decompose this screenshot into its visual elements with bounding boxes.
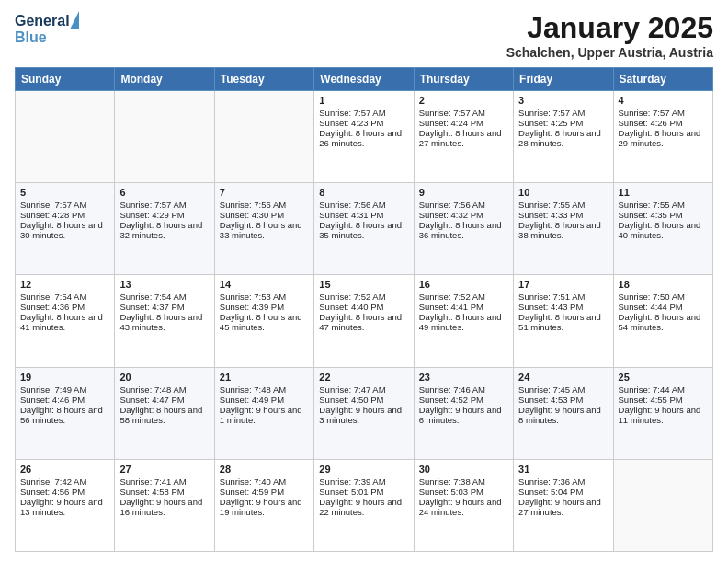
cell-content: Daylight: 9 hours and 24 minutes. (419, 497, 508, 517)
day-number: 15 (319, 279, 408, 290)
calendar-cell: 27Sunrise: 7:41 AMSunset: 4:58 PMDayligh… (115, 459, 214, 551)
week-row-1: 1Sunrise: 7:57 AMSunset: 4:23 PMDaylight… (16, 91, 713, 183)
day-number: 4 (619, 95, 708, 106)
calendar-cell: 12Sunrise: 7:54 AMSunset: 4:36 PMDayligh… (16, 275, 115, 367)
calendar-cell: 8Sunrise: 7:56 AMSunset: 4:31 PMDaylight… (314, 183, 414, 275)
cell-content: Sunrise: 7:49 AM (20, 385, 109, 395)
day-number: 2 (419, 95, 508, 106)
cell-content: Daylight: 8 hours and 58 minutes. (119, 405, 209, 425)
calendar-cell (16, 91, 115, 183)
cell-content: Daylight: 9 hours and 6 minutes. (419, 405, 508, 425)
calendar-cell: 13Sunrise: 7:54 AMSunset: 4:37 PMDayligh… (115, 275, 214, 367)
header-wednesday: Wednesday (314, 68, 414, 91)
calendar-cell: 2Sunrise: 7:57 AMSunset: 4:24 PMDaylight… (414, 91, 513, 183)
calendar-cell: 24Sunrise: 7:45 AMSunset: 4:53 PMDayligh… (514, 367, 613, 459)
day-number: 14 (220, 279, 309, 290)
cell-content: Sunrise: 7:56 AM (220, 200, 309, 210)
cell-content: Daylight: 8 hours and 36 minutes. (419, 220, 508, 240)
calendar-cell (613, 459, 712, 551)
day-number: 25 (619, 372, 708, 383)
day-number: 24 (518, 372, 608, 383)
logo: General Blue (15, 11, 97, 55)
calendar-cell: 9Sunrise: 7:56 AMSunset: 4:32 PMDaylight… (414, 183, 513, 275)
cell-content: Sunset: 4:55 PM (619, 395, 708, 405)
cell-content: Sunset: 4:32 PM (419, 210, 508, 220)
cell-content: Daylight: 8 hours and 45 minutes. (220, 312, 309, 332)
cell-content: Daylight: 8 hours and 30 minutes. (20, 220, 109, 240)
day-number: 30 (419, 464, 508, 475)
calendar-cell: 4Sunrise: 7:57 AMSunset: 4:26 PMDaylight… (613, 91, 712, 183)
cell-content: Sunrise: 7:39 AM (319, 477, 408, 487)
page-header: General Blue January 2025 Schalchen, Upp… (15, 11, 713, 60)
day-number: 20 (119, 372, 209, 383)
cell-content: Daylight: 8 hours and 32 minutes. (119, 220, 209, 240)
cell-content: Sunset: 4:53 PM (518, 395, 608, 405)
header-friday: Friday (514, 68, 613, 91)
day-number: 17 (518, 279, 608, 290)
calendar-cell: 21Sunrise: 7:48 AMSunset: 4:49 PMDayligh… (214, 367, 313, 459)
logo-blue-text: Blue (15, 29, 47, 46)
week-row-4: 19Sunrise: 7:49 AMSunset: 4:46 PMDayligh… (16, 367, 713, 459)
cell-content: Sunset: 4:39 PM (220, 302, 309, 312)
cell-content: Sunset: 4:25 PM (518, 118, 608, 128)
month-title: January 2025 (506, 11, 713, 45)
calendar-cell: 5Sunrise: 7:57 AMSunset: 4:28 PMDaylight… (16, 183, 115, 275)
calendar-cell: 16Sunrise: 7:52 AMSunset: 4:41 PMDayligh… (414, 275, 513, 367)
cell-content: Sunrise: 7:57 AM (419, 108, 508, 118)
cell-content: Daylight: 8 hours and 35 minutes. (319, 220, 408, 240)
cell-content: Sunrise: 7:55 AM (619, 200, 708, 210)
day-number: 5 (20, 187, 109, 198)
cell-content: Daylight: 8 hours and 47 minutes. (319, 312, 408, 332)
cell-content: Sunset: 4:59 PM (220, 487, 309, 497)
cell-content: Sunset: 4:58 PM (119, 487, 209, 497)
calendar-cell: 11Sunrise: 7:55 AMSunset: 4:35 PMDayligh… (613, 183, 712, 275)
day-number: 3 (518, 95, 608, 106)
calendar-cell: 26Sunrise: 7:42 AMSunset: 4:56 PMDayligh… (16, 459, 115, 551)
day-number: 26 (20, 464, 109, 475)
day-number: 1 (319, 95, 408, 106)
header-saturday: Saturday (613, 68, 712, 91)
weekday-header-row: Sunday Monday Tuesday Wednesday Thursday… (16, 68, 713, 91)
cell-content: Sunset: 4:40 PM (319, 302, 408, 312)
header-thursday: Thursday (414, 68, 513, 91)
cell-content: Sunset: 5:03 PM (419, 487, 508, 497)
calendar-cell (214, 91, 313, 183)
logo-triangle-icon (70, 11, 79, 29)
day-number: 9 (419, 187, 508, 198)
cell-content: Daylight: 9 hours and 1 minute. (220, 405, 309, 425)
cell-content: Sunset: 4:44 PM (619, 302, 708, 312)
week-row-5: 26Sunrise: 7:42 AMSunset: 4:56 PMDayligh… (16, 459, 713, 551)
cell-content: Sunrise: 7:48 AM (220, 385, 309, 395)
cell-content: Daylight: 8 hours and 29 minutes. (619, 128, 708, 148)
cell-content: Sunset: 4:56 PM (20, 487, 109, 497)
day-number: 12 (20, 279, 109, 290)
cell-content: Sunset: 4:41 PM (419, 302, 508, 312)
cell-content: Daylight: 9 hours and 3 minutes. (319, 405, 408, 425)
cell-content: Daylight: 9 hours and 22 minutes. (319, 497, 408, 517)
cell-content: Daylight: 9 hours and 8 minutes. (518, 405, 608, 425)
cell-content: Sunset: 4:29 PM (119, 210, 209, 220)
cell-content: Sunrise: 7:56 AM (319, 200, 408, 210)
calendar-cell: 1Sunrise: 7:57 AMSunset: 4:23 PMDaylight… (314, 91, 414, 183)
cell-content: Sunset: 4:37 PM (119, 302, 209, 312)
calendar-cell: 18Sunrise: 7:50 AMSunset: 4:44 PMDayligh… (613, 275, 712, 367)
cell-content: Sunset: 4:23 PM (319, 118, 408, 128)
cell-content: Sunrise: 7:36 AM (518, 477, 608, 487)
calendar-cell: 29Sunrise: 7:39 AMSunset: 5:01 PMDayligh… (314, 459, 414, 551)
cell-content: Daylight: 8 hours and 54 minutes. (619, 312, 708, 332)
cell-content: Daylight: 8 hours and 41 minutes. (20, 312, 109, 332)
calendar-cell: 3Sunrise: 7:57 AMSunset: 4:25 PMDaylight… (514, 91, 613, 183)
day-number: 6 (119, 187, 209, 198)
cell-content: Sunset: 4:24 PM (419, 118, 508, 128)
week-row-3: 12Sunrise: 7:54 AMSunset: 4:36 PMDayligh… (16, 275, 713, 367)
day-number: 16 (419, 279, 508, 290)
cell-content: Sunrise: 7:57 AM (319, 108, 408, 118)
day-number: 28 (220, 464, 309, 475)
day-number: 19 (20, 372, 109, 383)
calendar-cell: 14Sunrise: 7:53 AMSunset: 4:39 PMDayligh… (214, 275, 313, 367)
day-number: 13 (119, 279, 209, 290)
cell-content: Daylight: 8 hours and 49 minutes. (419, 312, 508, 332)
cell-content: Sunset: 4:33 PM (518, 210, 608, 220)
calendar-table: Sunday Monday Tuesday Wednesday Thursday… (15, 67, 713, 552)
day-number: 10 (518, 187, 608, 198)
